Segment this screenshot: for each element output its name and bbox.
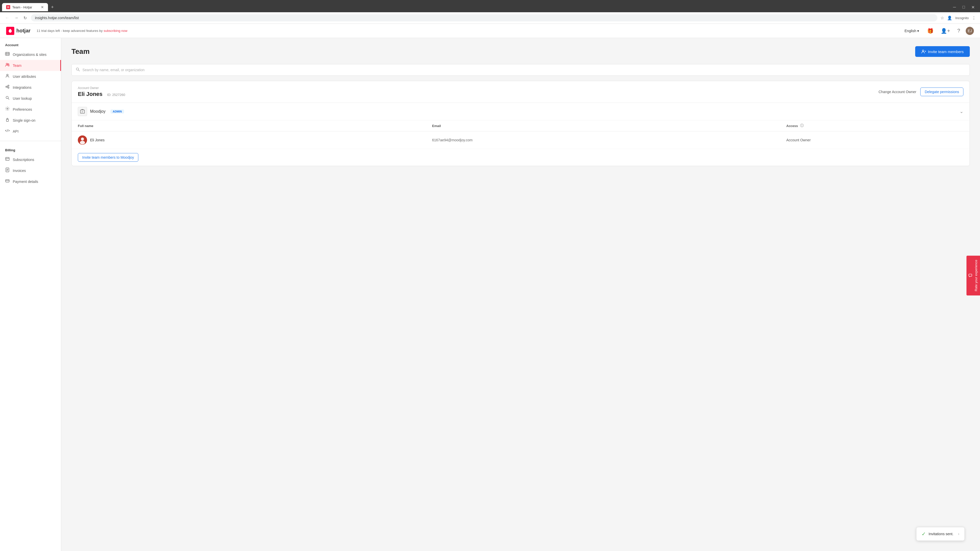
- more-options-icon[interactable]: ⋮: [972, 16, 976, 21]
- org-name: Moodjoy: [90, 109, 105, 114]
- account-section: Account Organizations & sites Team User …: [0, 38, 61, 139]
- user-cell: Eli Jones: [78, 135, 432, 144]
- close-window-button[interactable]: ✕: [970, 4, 976, 10]
- sidebar-item-label-user-attributes: User attributes: [13, 75, 36, 79]
- table-header: Full name Email Access ⓘ: [72, 121, 969, 131]
- billing-section-label: Billing: [0, 147, 61, 154]
- team-card: Account Owner Eli Jones ID: 2527260 Chan…: [72, 81, 970, 166]
- svg-rect-21: [6, 179, 9, 182]
- trial-link[interactable]: subscribing now: [103, 29, 127, 33]
- active-tab[interactable]: H Team - Hotjar ✕: [2, 3, 48, 11]
- logo-icon: [6, 27, 14, 35]
- sso-icon: [5, 118, 10, 123]
- sidebar-item-integrations[interactable]: Integrations: [0, 82, 61, 93]
- svg-point-11: [7, 108, 8, 110]
- svg-line-27: [78, 70, 80, 71]
- invite-users-button[interactable]: 👤+: [939, 26, 952, 35]
- whats-new-button[interactable]: 🎁: [926, 26, 935, 35]
- user-name: Eli Jones: [90, 138, 105, 142]
- admin-badge: ADMIN: [110, 110, 124, 114]
- owner-info: Account Owner Eli Jones ID: 2527260: [78, 86, 879, 97]
- sidebar-item-subscriptions[interactable]: Subscriptions: [0, 154, 61, 165]
- sidebar-item-api[interactable]: API: [0, 126, 61, 137]
- sidebar-item-label-organizations: Organizations & sites: [13, 52, 46, 57]
- page-title: Team: [72, 48, 89, 56]
- sidebar-item-label-subscriptions: Subscriptions: [13, 158, 34, 162]
- sidebar-item-team[interactable]: Team: [0, 60, 61, 71]
- forward-button[interactable]: →: [13, 14, 19, 21]
- sidebar-item-user-lookup[interactable]: User lookup: [0, 93, 61, 104]
- svg-point-5: [8, 85, 9, 86]
- svg-line-7: [7, 86, 8, 86]
- bookmark-icon[interactable]: ☆: [940, 16, 944, 21]
- browser-chrome: H Team - Hotjar ✕ + ─ □ ✕ ← → ↻ ☆ 👤 Inco…: [0, 0, 980, 24]
- account-owner-section: Account Owner Eli Jones ID: 2527260 Chan…: [72, 81, 969, 103]
- help-button[interactable]: ?: [956, 26, 962, 35]
- svg-point-4: [6, 86, 7, 87]
- access-info-icon[interactable]: ⓘ: [800, 124, 803, 128]
- sidebar-item-label-team: Team: [13, 64, 21, 68]
- team-table: Full name Email Access ⓘ: [72, 121, 969, 166]
- page-header: Team Invite team members: [72, 46, 970, 57]
- sidebar-item-label-invoices: Invoices: [13, 168, 26, 173]
- org-icon: [78, 107, 87, 116]
- invite-to-org-button[interactable]: Invite team members to Moodjoy: [78, 153, 138, 162]
- maximize-button[interactable]: □: [961, 4, 967, 10]
- sidebar-item-invoices[interactable]: Invoices: [0, 165, 61, 176]
- org-row[interactable]: Moodjoy ADMIN ⌄: [72, 103, 969, 121]
- user-attributes-icon: [5, 73, 10, 79]
- reload-button[interactable]: ↻: [22, 14, 28, 21]
- sidebar-item-preferences[interactable]: Preferences: [0, 104, 61, 115]
- rate-tab-label: Rate your experience: [974, 260, 978, 291]
- tab-title: Team - Hotjar: [12, 5, 39, 9]
- hotjar-logo[interactable]: hotjar: [6, 27, 30, 35]
- header-right: English ▾ 🎁 👤+ ? EJ: [902, 26, 974, 35]
- account-owner-label: Account Owner: [78, 86, 879, 90]
- app-header: hotjar 11 trial days left - keep advance…: [0, 24, 980, 38]
- sidebar-item-label-api: API: [13, 129, 19, 133]
- toast-text: Invitations sent.: [928, 532, 953, 536]
- organizations-icon: [5, 52, 10, 57]
- svg-point-6: [8, 87, 9, 89]
- svg-point-3: [6, 74, 8, 76]
- language-selector[interactable]: English ▾: [902, 27, 921, 35]
- delegate-permissions-button[interactable]: Delegate permissions: [920, 87, 963, 96]
- trial-notice: 11 trial days left - keep advanced featu…: [37, 29, 127, 33]
- new-tab-button[interactable]: +: [49, 3, 56, 11]
- incognito-label: Incognito: [955, 16, 969, 20]
- window-controls: ─ □ ✕: [950, 2, 978, 12]
- col-header-fullname: Full name: [78, 124, 432, 128]
- svg-rect-34: [969, 274, 972, 276]
- svg-point-26: [76, 68, 79, 70]
- change-account-owner-link[interactable]: Change Account Owner: [879, 90, 916, 94]
- rate-experience-tab[interactable]: Rate your experience: [966, 256, 980, 295]
- table-row: Eli Jones 6167ae94@moodjoy.com Account O…: [72, 131, 969, 149]
- avatar[interactable]: EJ: [966, 27, 974, 35]
- invite-team-members-button[interactable]: Invite team members: [915, 46, 970, 57]
- preferences-icon: [5, 106, 10, 112]
- search-input[interactable]: [83, 68, 966, 72]
- chevron-down-icon: ▾: [917, 29, 919, 33]
- svg-point-9: [6, 97, 8, 99]
- svg-rect-12: [6, 119, 8, 121]
- account-section-label: Account: [0, 42, 61, 49]
- api-icon: [5, 128, 10, 134]
- profile-icon[interactable]: 👤: [947, 16, 952, 21]
- back-button[interactable]: ←: [4, 14, 10, 21]
- sidebar-item-user-attributes[interactable]: User attributes: [0, 71, 61, 82]
- app-body: Account Organizations & sites Team User …: [0, 38, 980, 551]
- sidebar-item-sso[interactable]: Single sign-on: [0, 115, 61, 126]
- url-input[interactable]: [31, 14, 937, 21]
- user-access: Account Owner: [786, 138, 963, 142]
- minimize-button[interactable]: ─: [951, 4, 958, 10]
- logo-text: hotjar: [16, 28, 30, 34]
- sidebar-item-organizations[interactable]: Organizations & sites: [0, 49, 61, 60]
- sidebar-item-label-payment: Payment details: [13, 179, 38, 184]
- svg-line-10: [8, 98, 9, 100]
- billing-section: Billing Subscriptions Invoices Payment d…: [0, 143, 61, 189]
- tab-close-icon[interactable]: ✕: [41, 5, 44, 9]
- sidebar-item-payment-details[interactable]: Payment details: [0, 176, 61, 187]
- toast-notification: ✓ Invitations sent. ›: [916, 527, 965, 541]
- svg-point-2: [8, 64, 9, 65]
- toast-arrow-icon[interactable]: ›: [958, 532, 959, 536]
